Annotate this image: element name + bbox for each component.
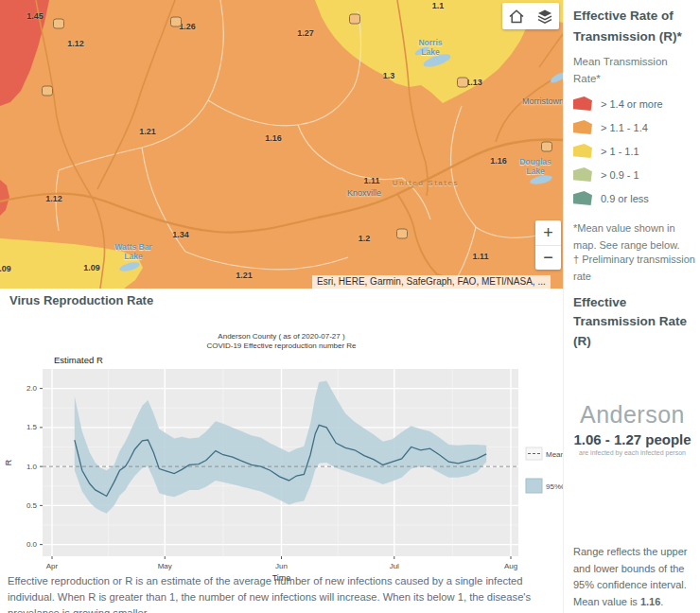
county-range-value: 1.06 - 1.27 people: [564, 431, 700, 447]
legend-swatch: [573, 167, 592, 182]
layers-button[interactable]: [531, 3, 559, 29]
legend-swatch: [573, 144, 592, 158]
svg-text:0.5: 0.5: [26, 501, 38, 510]
zoom-in-button[interactable]: +: [535, 220, 561, 245]
y-axis-label: R: [4, 459, 13, 465]
mean-value: 1.16: [640, 596, 660, 607]
legend-item: 0.9 or less: [573, 186, 698, 210]
svg-text:Apr: Apr: [46, 562, 59, 570]
map-canvas[interactable]: [0, 0, 563, 289]
svg-text:1.0: 1.0: [26, 463, 38, 471]
legend-swatch: [573, 120, 592, 134]
legend-item: > 1.4 or more: [573, 92, 698, 115]
legend-swatch: [573, 191, 592, 205]
legend-panel: Effective Rate of Transmission (R)* Mean…: [563, 0, 700, 613]
svg-text:May: May: [158, 562, 172, 570]
transmission-rate-heading: Effective Transmission Rate (R): [573, 293, 696, 351]
map-zoom-control: + −: [535, 220, 561, 270]
legend-mean-label: Mean: [546, 450, 563, 459]
legend-item: > 1.1 - 1.4: [573, 115, 698, 139]
home-icon: [508, 9, 525, 25]
svg-text:1.5: 1.5: [26, 423, 38, 431]
legend-item-label: > 0.9 - 1: [601, 169, 639, 181]
legend-footnote-preliminary: † Preliminary transmission rate: [573, 252, 697, 285]
transmission-map[interactable]: 1.451.121.261.271.11.31.131.211.161.161.…: [0, 0, 563, 289]
svg-text:2.0: 2.0: [26, 384, 38, 393]
r-estimate-chart: 0.00.51.01.52.0AprMayJunJulAugRTimeEstim…: [0, 353, 563, 589]
legend-item: > 1 - 1.1: [573, 139, 698, 163]
legend-footnote-mean: *Mean value shown in map. See range belo…: [573, 220, 697, 254]
chart-subtitle: COVID-19 Effective reproduction number R…: [0, 342, 563, 350]
home-button[interactable]: [502, 3, 531, 29]
reproduction-description: Effective reproduction or R is an estima…: [8, 573, 560, 613]
legend-item-label: > 1.4 or more: [601, 98, 663, 110]
legend-ci-label: 95%CI: [546, 482, 563, 491]
zoom-out-button[interactable]: −: [535, 245, 561, 270]
county-range-caption: are infected by each infected person: [564, 449, 700, 456]
map-attribution: Esri, HERE, Garmin, SafeGraph, FAO, METI…: [312, 275, 551, 289]
legend-items: > 1.4 or more> 1.1 - 1.4> 1 - 1.1> 0.9 -…: [573, 92, 698, 210]
legend-item-label: > 1 - 1.1: [601, 146, 639, 157]
svg-text:0.0: 0.0: [26, 540, 38, 549]
covid-dashboard: 1.451.121.261.271.11.31.131.211.161.161.…: [0, 0, 700, 613]
panel-label: Estimated R: [54, 355, 103, 365]
svg-text:Jul: Jul: [390, 562, 399, 570]
reproduction-section-heading: Virus Reproduction Rate: [9, 293, 153, 307]
layers-icon: [536, 9, 553, 25]
legend-item-label: > 1.1 - 1.4: [601, 122, 648, 133]
legend-item-label: 0.9 or less: [601, 193, 649, 204]
chart-title: Anderson County ( as of 2020-07-27 ): [0, 332, 563, 341]
county-summary: Anderson 1.06 - 1.27 people are infected…: [564, 401, 700, 456]
range-note: Range reflects the upper and lower bound…: [573, 544, 697, 610]
legend-subtitle: Mean Transmission Rate*: [573, 54, 694, 88]
legend-title: Effective Rate of Transmission (R)*: [573, 6, 696, 46]
legend-swatch: [573, 96, 592, 111]
map-controls: [502, 3, 559, 29]
svg-text:Jun: Jun: [275, 562, 288, 570]
svg-text:Aug: Aug: [504, 562, 517, 570]
county-name: Anderson: [564, 401, 700, 429]
legend-item: > 0.9 - 1: [573, 163, 698, 186]
